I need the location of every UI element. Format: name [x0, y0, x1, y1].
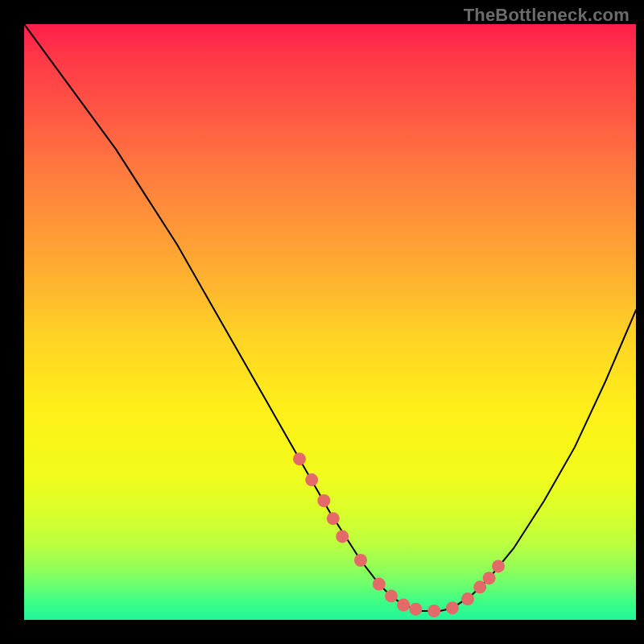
curve-dot: [327, 512, 340, 525]
curve-dot: [461, 592, 474, 605]
curve-dot: [385, 589, 398, 602]
plot-area: [24, 24, 636, 620]
curve-dot: [293, 452, 306, 465]
curve-dot: [446, 601, 459, 614]
curve-dot: [397, 599, 410, 612]
curve-dot: [373, 578, 386, 591]
curve-dot: [317, 494, 330, 507]
chart-container: TheBottleneck.com: [0, 0, 644, 644]
curve-layer: [24, 24, 636, 620]
curve-dot: [427, 605, 440, 617]
curve-dot: [492, 559, 505, 572]
curve-dot: [483, 572, 496, 584]
curve-dots: [293, 452, 505, 617]
curve-dot: [354, 554, 367, 567]
watermark-label: TheBottleneck.com: [464, 5, 630, 26]
curve-dot: [336, 530, 349, 543]
curve-dot: [409, 603, 422, 616]
curve-dot: [305, 473, 318, 486]
